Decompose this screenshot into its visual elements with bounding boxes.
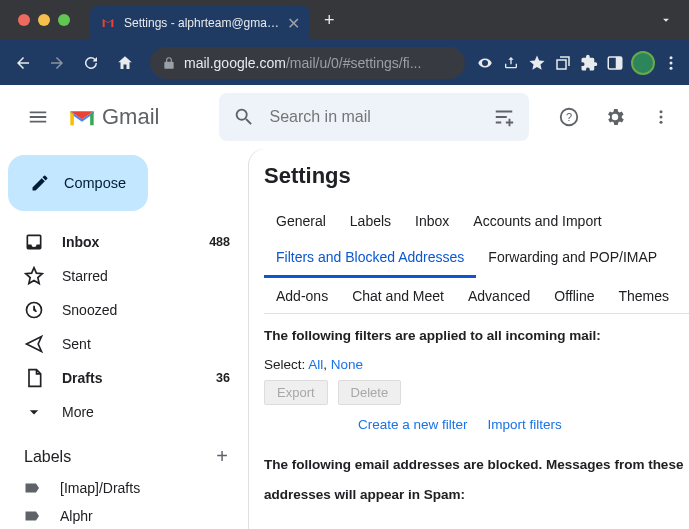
labels-heading: Labels + bbox=[0, 429, 248, 474]
bookmark-star-icon[interactable] bbox=[527, 53, 547, 73]
svg-point-2 bbox=[670, 56, 673, 59]
extension-icons bbox=[475, 51, 681, 75]
extensions-puzzle-icon[interactable] bbox=[579, 53, 599, 73]
gmail-m-icon bbox=[68, 106, 96, 128]
chrome-menu-icon[interactable] bbox=[661, 53, 681, 73]
url-text: mail.google.com/mail/u/0/#settings/fi... bbox=[184, 55, 421, 71]
settings-gear-button[interactable] bbox=[595, 97, 635, 137]
delete-button[interactable]: Delete bbox=[338, 380, 402, 405]
browser-tab[interactable]: Settings - alphrteam@gmail.co ✕ bbox=[90, 6, 310, 40]
create-filter-link[interactable]: Create a new filter bbox=[358, 417, 468, 432]
sidebar-item-snoozed[interactable]: Snoozed bbox=[0, 293, 248, 327]
close-tab-icon[interactable]: ✕ bbox=[287, 14, 300, 33]
tab-filters[interactable]: Filters and Blocked Addresses bbox=[264, 239, 476, 278]
filters-applied-text: The following filters are applied to all… bbox=[264, 328, 689, 343]
blocked-addresses-text: The following email addresses are blocke… bbox=[264, 450, 689, 509]
gmail-wordmark: Gmail bbox=[102, 104, 159, 130]
nav-list: Inbox 488 Starred Snoozed Sent Drafts 36 bbox=[0, 225, 248, 429]
tab-advanced[interactable]: Advanced bbox=[456, 278, 542, 314]
tab-addons[interactable]: Add-ons bbox=[264, 278, 340, 314]
select-separator: , bbox=[323, 357, 331, 372]
sidebar: Compose Inbox 488 Starred Snoozed Sent bbox=[0, 149, 248, 529]
search-options-icon[interactable] bbox=[493, 106, 515, 128]
sidebar-item-starred[interactable]: Starred bbox=[0, 259, 248, 293]
main-menu-button[interactable] bbox=[16, 95, 60, 139]
tab-chatmeet[interactable]: Chat and Meet bbox=[340, 278, 456, 314]
tabs-dropdown-icon[interactable] bbox=[659, 13, 673, 27]
lock-icon bbox=[162, 56, 176, 70]
inbox-icon bbox=[24, 232, 44, 252]
more-vert-icon[interactable] bbox=[641, 97, 681, 137]
sidebar-item-label: Starred bbox=[62, 268, 108, 284]
eye-extension-icon[interactable] bbox=[475, 53, 495, 73]
tab-labels[interactable]: Labels bbox=[338, 203, 403, 239]
search-icon[interactable] bbox=[233, 106, 255, 128]
sidebar-item-drafts[interactable]: Drafts 36 bbox=[0, 361, 248, 395]
maximize-window[interactable] bbox=[58, 14, 70, 26]
select-label: Select: bbox=[264, 357, 308, 372]
tab-inbox[interactable]: Inbox bbox=[403, 203, 461, 239]
reload-button[interactable] bbox=[76, 48, 106, 78]
drafts-count: 36 bbox=[216, 371, 230, 385]
svg-point-3 bbox=[670, 61, 673, 64]
profile-avatar[interactable] bbox=[631, 51, 655, 75]
tab-forwarding[interactable]: Forwarding and POP/IMAP bbox=[476, 239, 669, 278]
labels-heading-text: Labels bbox=[24, 448, 71, 466]
body: Compose Inbox 488 Starred Snoozed Sent bbox=[0, 149, 689, 529]
label-text: [Imap]/Drafts bbox=[60, 480, 140, 496]
compose-label: Compose bbox=[64, 175, 126, 191]
filter-links: Create a new filter Import filters bbox=[264, 417, 689, 432]
forward-button[interactable] bbox=[42, 48, 72, 78]
svg-point-4 bbox=[670, 66, 673, 69]
tab-offline[interactable]: Offline bbox=[542, 278, 606, 314]
back-button[interactable] bbox=[8, 48, 38, 78]
address-bar[interactable]: mail.google.com/mail/u/0/#settings/fi... bbox=[150, 47, 465, 79]
star-icon bbox=[24, 266, 44, 286]
inbox-count: 488 bbox=[209, 235, 230, 249]
sidebar-item-sent[interactable]: Sent bbox=[0, 327, 248, 361]
close-window[interactable] bbox=[18, 14, 30, 26]
tab-accounts[interactable]: Accounts and Import bbox=[461, 203, 613, 239]
label-item[interactable]: Alphr bbox=[0, 502, 248, 529]
tab-general[interactable]: General bbox=[264, 203, 338, 239]
sidebar-item-label: More bbox=[62, 404, 94, 420]
import-filters-link[interactable]: Import filters bbox=[488, 417, 562, 432]
pencil-icon bbox=[30, 173, 50, 193]
browser-toolbar: mail.google.com/mail/u/0/#settings/fi... bbox=[0, 40, 689, 85]
gmail-app-bar: Gmail ? bbox=[0, 85, 689, 149]
search-box[interactable] bbox=[219, 93, 529, 141]
gmail-favicon-icon bbox=[100, 15, 116, 31]
minimize-window[interactable] bbox=[38, 14, 50, 26]
sidebar-item-more[interactable]: More bbox=[0, 395, 248, 429]
sidebar-item-label: Sent bbox=[62, 336, 91, 352]
settings-tabs-row1: General Labels Inbox Accounts and Import bbox=[264, 203, 689, 239]
share-icon[interactable] bbox=[501, 53, 521, 73]
tab-themes[interactable]: Themes bbox=[607, 278, 682, 314]
page-title: Settings bbox=[264, 163, 689, 189]
label-text: Alphr bbox=[60, 508, 93, 524]
select-all-link[interactable]: All bbox=[308, 357, 323, 372]
svg-text:?: ? bbox=[566, 111, 572, 123]
svg-point-8 bbox=[660, 116, 663, 119]
label-tag-icon bbox=[24, 481, 42, 495]
filters-section: The following filters are applied to all… bbox=[264, 314, 689, 509]
support-button[interactable]: ? bbox=[549, 97, 589, 137]
settings-tabs-row2: Filters and Blocked Addresses Forwarding… bbox=[264, 239, 689, 278]
home-button[interactable] bbox=[110, 48, 140, 78]
label-item[interactable]: [Imap]/Drafts bbox=[0, 474, 248, 502]
chevron-down-icon bbox=[24, 402, 44, 422]
compose-button[interactable]: Compose bbox=[8, 155, 148, 211]
search-input[interactable] bbox=[269, 108, 479, 126]
add-label-button[interactable]: + bbox=[216, 445, 228, 468]
sidepanel-icon[interactable] bbox=[605, 53, 625, 73]
new-tab-button[interactable]: + bbox=[310, 10, 349, 31]
sidebar-item-inbox[interactable]: Inbox 488 bbox=[0, 225, 248, 259]
tabs-icon[interactable] bbox=[553, 53, 573, 73]
settings-panel: Settings General Labels Inbox Accounts a… bbox=[248, 149, 689, 529]
select-none-link[interactable]: None bbox=[331, 357, 363, 372]
svg-rect-1 bbox=[616, 57, 622, 69]
sidebar-item-label: Snoozed bbox=[62, 302, 117, 318]
tab-strip: Settings - alphrteam@gmail.co ✕ + bbox=[0, 0, 689, 40]
export-button[interactable]: Export bbox=[264, 380, 328, 405]
gmail-logo[interactable]: Gmail bbox=[68, 104, 159, 130]
